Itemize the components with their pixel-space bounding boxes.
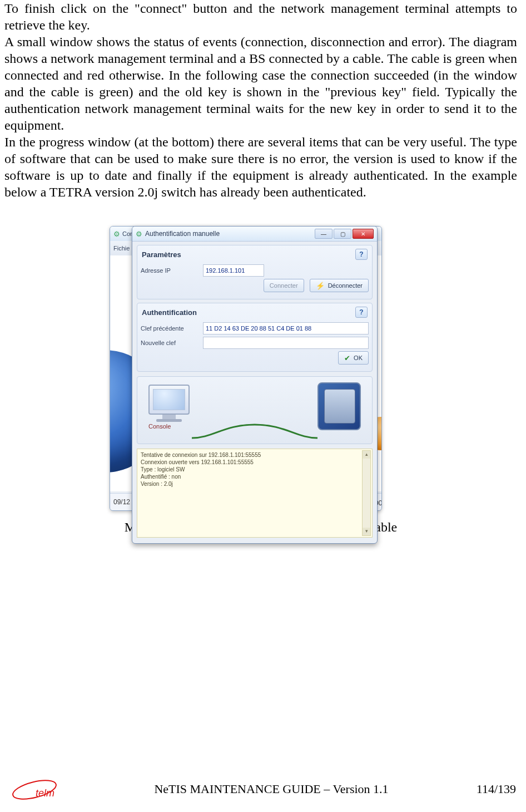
console-terminal-icon: Console	[148, 385, 190, 430]
plug-icon: ⚡	[316, 282, 325, 290]
ok-button-label: OK	[354, 355, 363, 361]
ok-button[interactable]: ✔ OK	[338, 351, 369, 365]
authentication-header: Authentification	[142, 308, 197, 317]
new-key-input[interactable]	[203, 337, 369, 349]
background-status-left: 09/12	[113, 498, 130, 506]
disconnect-button[interactable]: ⚡ Déconnecter	[310, 279, 369, 292]
scroll-up-icon[interactable]: ▴	[363, 451, 370, 459]
minimize-button[interactable]: —	[315, 229, 333, 239]
gear-icon: ⚙	[136, 230, 142, 238]
authentication-dialog: ⚙ Authentification manuelle — ▢ ✕ Paramè…	[132, 226, 378, 544]
scroll-down-icon[interactable]: ▾	[363, 528, 370, 535]
previous-key-label: Clef précédente	[141, 325, 203, 332]
paragraph-1: To finish click on the "connect" button …	[4, 0, 517, 33]
previous-key-input[interactable]: 11 D2 14 63 DE 20 88 51 C4 DE 01 88	[203, 322, 369, 334]
dialog-title: Authentification manuelle	[145, 230, 220, 238]
connect-button-label: Connecter	[270, 282, 298, 289]
footer-page-number: 114/139	[449, 782, 516, 796]
authentication-group: Authentification ? Clef précédente 11 D2…	[137, 303, 373, 372]
background-window-menu: Fichie	[113, 245, 130, 252]
footer-doc-title: NeTIS MAINTENANCE GUIDE – Version 1.1	[93, 782, 449, 796]
ip-label: Adresse IP	[141, 267, 203, 274]
check-icon: ✔	[344, 354, 350, 362]
console-label: Console	[148, 423, 190, 430]
etelm-logo: telm	[10, 776, 77, 802]
new-key-label: Nouvelle clef	[141, 339, 203, 346]
gear-icon: ⚙	[113, 230, 120, 238]
base-station-icon	[317, 382, 361, 430]
disconnect-button-label: Déconnecter	[328, 282, 363, 289]
svg-text:telm: telm	[36, 788, 54, 799]
connect-button[interactable]: Connecter	[264, 279, 304, 292]
embedded-screenshot: ⚙ Con Fichie 09/12 2.00a ⚙	[125, 226, 396, 515]
help-icon[interactable]: ?	[355, 307, 368, 318]
progress-log-text: Tentative de connexion sur 192.168.1.101…	[141, 452, 261, 487]
parameters-header: Paramètres	[142, 250, 181, 259]
paragraph-3: In the progress window (at the bottom) t…	[4, 134, 517, 200]
ip-input[interactable]: 192.168.1.101	[203, 264, 264, 277]
paragraph-2: A small window shows the status of event…	[4, 33, 517, 134]
close-button[interactable]: ✕	[353, 229, 374, 239]
parameters-group: Paramètres ? Adresse IP 192.168.1.101 Co…	[137, 245, 373, 299]
cable-icon	[191, 421, 319, 441]
scrollbar[interactable]: ▴▾	[362, 450, 371, 536]
progress-log: Tentative de connexion sur 192.168.1.101…	[137, 449, 373, 538]
maximize-button[interactable]: ▢	[334, 229, 351, 239]
page-footer: telm NeTIS MAINTENANCE GUIDE – Version 1…	[0, 776, 526, 802]
help-icon[interactable]: ?	[355, 249, 368, 260]
connection-diagram: Console	[137, 376, 373, 444]
